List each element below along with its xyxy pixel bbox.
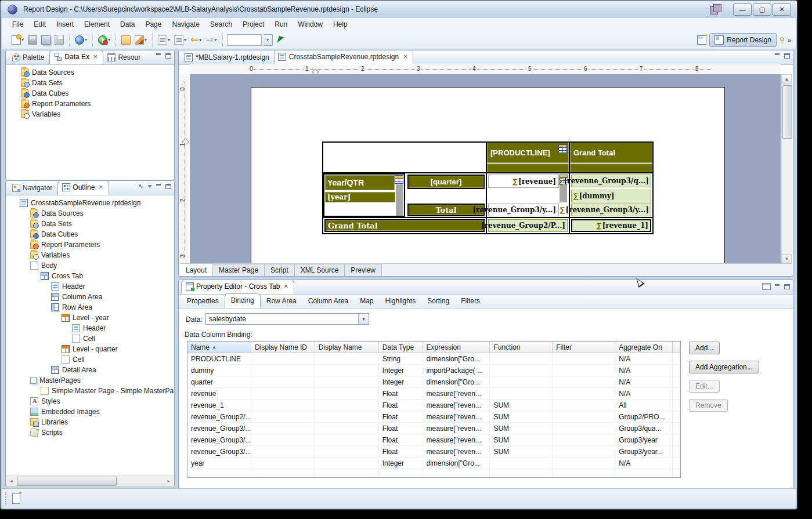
tree-item-embedded-images[interactable]: Embedded Images <box>12 407 174 417</box>
menu-item-page[interactable]: Page <box>140 19 166 30</box>
cell-grip[interactable] <box>396 184 403 216</box>
scrollbar-thumb[interactable] <box>782 85 792 139</box>
column-header-aggregate-on[interactable]: Aggregate On <box>615 342 673 353</box>
property-tab-filters[interactable]: Filters <box>455 295 486 308</box>
cell-grip[interactable] <box>560 184 567 202</box>
outline-tab-outline[interactable]: Outline✕ <box>57 180 109 195</box>
menu-item-navigate[interactable]: Navigate <box>167 19 204 30</box>
dummy-cell[interactable]: ∑[dummy] <box>571 190 651 202</box>
report-page[interactable]: [PRODUCTLINE] Grand Total Year/QTR <box>251 87 725 264</box>
property-editor-title-tab[interactable]: Property Editor - Cross Tab ✕ <box>181 280 294 294</box>
tree-item-variables[interactable]: Variables <box>21 109 174 119</box>
menu-item-search[interactable]: Search <box>205 19 237 30</box>
menu-item-insert[interactable]: Insert <box>52 19 78 30</box>
cube-menu-icon[interactable] <box>558 144 567 153</box>
revenue-1-cell[interactable]: ∑[revenue_1] <box>571 219 651 232</box>
minimize-view-icon[interactable] <box>774 284 781 289</box>
tree-item-cell[interactable]: Cell <box>12 333 174 344</box>
zoom-combo-arrow[interactable]: ▾ <box>264 34 273 46</box>
open-perspective-icon[interactable] <box>697 35 706 45</box>
table-row[interactable]: dummyIntegerimportPackage( ...N/A <box>187 365 680 376</box>
quarter-header-cell[interactable]: [quarter] <box>407 175 485 189</box>
new-report-button[interactable]: ▾ <box>10 34 25 46</box>
pin-perspective-icon[interactable]: ⚲ <box>779 36 785 44</box>
tree-item-report-parameters[interactable]: Report Parameters <box>12 239 174 250</box>
scrollbar-thumb[interactable] <box>17 477 117 486</box>
tree-item-column-area[interactable]: Column Area <box>12 292 174 302</box>
maximize-editor-icon[interactable] <box>784 53 790 59</box>
binding-table[interactable]: Name▲Display Name IDDisplay NameData Typ… <box>187 341 681 478</box>
column-header-data-type[interactable]: Data Type <box>379 342 423 353</box>
data-explorer-tab-data-ex[interactable]: Data Ex✕ <box>49 50 103 64</box>
crosstab[interactable]: [PRODUCTLINE] Grand Total Year/QTR <box>322 141 654 234</box>
title-bar[interactable]: Report Design - C:\Users\Surepcinc\works… <box>1 1 797 18</box>
year-level-cell[interactable]: [year] <box>325 192 395 202</box>
table-row[interactable]: PRODUCTLINEStringdimension["Gro...N/A <box>187 353 680 365</box>
run-report-button[interactable]: ▾ <box>97 34 111 46</box>
page-tab-xml-source[interactable]: XML Source <box>295 264 345 276</box>
tree-item-styles[interactable]: Styles <box>12 396 174 407</box>
revenue-group3-y-cell[interactable]: ∑[revenue_Group3/y...] <box>488 204 559 216</box>
minimize-button[interactable]: — <box>733 3 752 16</box>
outline-horizontal-scrollbar[interactable]: ◂ ▸ <box>6 476 174 486</box>
tree-item-cell[interactable]: Cell <box>12 354 174 365</box>
scroll-right-arrow[interactable]: ▸ <box>164 476 174 485</box>
close-tab-icon[interactable]: ✕ <box>403 53 407 60</box>
property-tab-sorting[interactable]: Sorting <box>421 295 455 308</box>
tree-item-body[interactable]: Body <box>12 260 174 271</box>
table-row[interactable]: revenue_Group3/...Floatmeasure["reven...… <box>187 434 680 446</box>
tree-item-data-sets[interactable]: Data Sets <box>21 78 174 88</box>
scroll-up-arrow[interactable]: ▲ <box>782 74 792 84</box>
fast-view-tray-icon[interactable] <box>12 493 20 504</box>
year-qtr-header[interactable]: Year/QTR <box>325 175 395 190</box>
tree-item-libraries[interactable]: Libraries <box>12 417 174 427</box>
maximize-view-icon[interactable] <box>165 53 171 59</box>
back-button[interactable]: ⇐▾ <box>189 35 203 45</box>
scroll-left-arrow[interactable]: ◂ <box>6 476 16 485</box>
tree-item-data-sources[interactable]: Data Sources <box>21 67 174 78</box>
menu-item-element[interactable]: Element <box>80 19 114 30</box>
table-row[interactable]: revenueFloatmeasure["reven...N/A <box>187 388 680 400</box>
revenue-group2-p-cell[interactable]: ∑[revenue_Group2/P...] <box>488 219 568 232</box>
property-tab-row-area[interactable]: Row Area <box>261 295 302 308</box>
maximize-button[interactable]: ▢ <box>753 3 771 16</box>
tree-item-header[interactable]: Header <box>12 323 174 333</box>
tree-item-cross-tab[interactable]: Cross Tab <box>12 271 174 281</box>
maximize-view-icon[interactable] <box>165 184 171 189</box>
page-tab-script[interactable]: Script <box>265 264 295 276</box>
tree-item-row-area[interactable]: Row Area <box>12 302 174 313</box>
close-button[interactable]: ✕ <box>773 3 791 16</box>
menu-item-run[interactable]: Run <box>270 19 292 30</box>
tree-item-report-parameters[interactable]: Report Parameters <box>21 99 174 109</box>
menu-item-help[interactable]: Help <box>329 19 352 30</box>
outline-tab-navigator[interactable]: Navigator <box>8 181 57 195</box>
grand-total-row-header[interactable]: Grand Total <box>324 219 485 232</box>
table-row[interactable]: yearIntegerdimension["Gro...N/A <box>187 458 680 469</box>
pointer-icon[interactable] <box>277 36 284 44</box>
data-combo[interactable]: salesbydate ▼ <box>205 313 369 325</box>
cube-menu-icon[interactable] <box>395 175 403 184</box>
table-options-icon[interactable] <box>762 283 771 290</box>
table-row[interactable]: revenue_Group3/...Floatmeasure["reven...… <box>187 423 680 434</box>
page-tab-layout[interactable]: Layout <box>180 264 213 276</box>
property-tab-binding[interactable]: Binding <box>225 293 261 308</box>
add-aggregation-button[interactable]: Add Aggregation... <box>689 361 759 373</box>
view-menu-icon[interactable] <box>138 184 144 189</box>
tree-item-data-sources[interactable]: Data Sources <box>12 208 174 219</box>
next-annotation-button[interactable]: ▾ <box>173 34 187 46</box>
tree-item-level-year[interactable]: Level - year <box>12 313 174 323</box>
tree-item-data-cubes[interactable]: Data Cubes <box>21 88 174 99</box>
crosstab-subheader-cell[interactable] <box>570 164 652 172</box>
save-all-button[interactable] <box>40 34 52 46</box>
tree-item-data-cubes[interactable]: Data Cubes <box>12 229 174 239</box>
preview-browser-button[interactable]: ▾ <box>74 34 88 46</box>
add-button[interactable]: Add... <box>689 342 720 354</box>
close-tab-icon[interactable]: ✕ <box>93 53 98 60</box>
property-tab-column-area[interactable]: Column Area <box>302 295 354 308</box>
style-button[interactable]: ▾ <box>133 34 148 46</box>
open-resource-button[interactable] <box>120 34 132 46</box>
report-canvas[interactable]: [PRODUCTLINE] Grand Total Year/QTR <box>190 74 781 264</box>
report-design-perspective-button[interactable]: Report Design <box>709 33 777 47</box>
tree-item-variables[interactable]: Variables <box>12 250 174 260</box>
minimize-editor-icon[interactable] <box>774 53 781 59</box>
